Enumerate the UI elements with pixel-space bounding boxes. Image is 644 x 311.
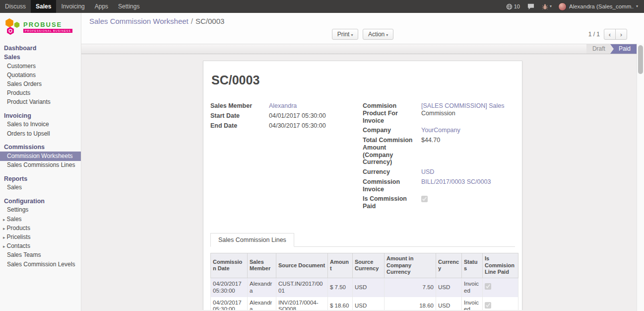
field-label: Company [363, 127, 421, 134]
section-sales: Sales Customers Quotations Sales Orders … [0, 53, 81, 107]
cell-source-currency: USD [353, 278, 385, 297]
action-button[interactable]: Action▾ [363, 29, 393, 40]
col-commission-date[interactable]: Commission Date [211, 253, 248, 278]
cell-line-paid [483, 278, 518, 297]
brand-tagline: PROFESSIONAL BUSINESS [23, 29, 72, 33]
sidebar-item-sales-commissions-lines[interactable]: Sales Commissions Lines [0, 161, 81, 170]
cell-amount: $ 18.60 [328, 297, 353, 310]
sidebar-item-pricelists[interactable]: ▸Pricelists [0, 233, 81, 241]
print-button-label: Print [337, 31, 350, 38]
cell-status: Invoiced [462, 297, 483, 310]
cell-currency: USD [436, 297, 462, 310]
total-commission-value: $44.70 [421, 137, 440, 166]
pager-previous-button[interactable]: ‹ [604, 29, 616, 40]
line-paid-checkbox[interactable] [485, 283, 491, 290]
col-source-currency[interactable]: Source Currency [353, 253, 385, 278]
expand-arrow-icon: ▸ [3, 226, 5, 231]
toolbar-buttons: Print▾ Action▾ [331, 29, 395, 40]
col-sales-member[interactable]: Sales Member [248, 253, 276, 278]
cell-sales-member: Alexandra [248, 297, 276, 310]
commission-product-rest: Commission [421, 110, 504, 117]
status-draft[interactable]: Draft [586, 44, 613, 54]
breadcrumb-parent-link[interactable]: Sales Commission Worksheet [89, 17, 189, 25]
table-row[interactable]: 04/20/2017 05:30:00 Alexandra CUST.IN/20… [211, 278, 518, 297]
sidebar-item-orders-to-upsell[interactable]: Orders to Upsell [0, 129, 81, 138]
table-row[interactable]: 04/20/2017 05:30:00 Alexandra INV/2017/0… [211, 297, 518, 310]
commission-product-link[interactable]: [SALES COMMISSION] Sales [421, 102, 504, 109]
user-name: Alexandra (Sales_comm.. [569, 3, 634, 9]
breadcrumb: Sales Commission Worksheet/SC/0003 [89, 17, 636, 25]
user-menu[interactable]: Alexandra (Sales_comm.. ▾ [556, 2, 640, 11]
print-button[interactable]: Print▾ [332, 29, 359, 40]
messages-menu-button[interactable]: 10 [503, 0, 523, 13]
field-sales-member: Sales Member Alexandra [210, 102, 357, 110]
sidebar-item-reports-sales[interactable]: Sales [0, 183, 81, 192]
sidebar-item-contacts[interactable]: ▸Contacts [0, 242, 81, 251]
sidebar-heading-configuration[interactable]: Configuration [0, 197, 81, 206]
line-paid-checkbox[interactable] [485, 302, 491, 309]
app-menu: Discuss Sales Invoicing Apps Settings [0, 0, 144, 13]
sidebar-item-settings[interactable]: Settings [0, 206, 81, 215]
pager-value: 1 / 1 [588, 31, 600, 38]
menu-sales[interactable]: Sales [31, 0, 56, 13]
field-column-right: Commision Product For Invoice [SALES COM… [363, 102, 515, 213]
sidebar-item-label: Sales [7, 216, 22, 223]
debug-menu-button[interactable]: ▾ [539, 0, 555, 13]
sidebar-item-commission-worksheets[interactable]: Commission Worksheets [0, 152, 81, 160]
company-link[interactable]: YourCompany [421, 127, 460, 134]
sidebar-heading-commissions[interactable]: Commissions [0, 143, 81, 152]
sidebar-item-products[interactable]: Products [0, 89, 81, 98]
sidebar-item-label: Products [7, 225, 30, 232]
sidebar-item-product-variants[interactable]: Product Variants [0, 98, 81, 107]
company-logo[interactable]: PROBUSE PROFESSIONAL BUSINESS [0, 13, 81, 44]
field-label: Start Date [210, 112, 269, 120]
cell-line-paid [483, 297, 518, 310]
sidebar-item-quotations[interactable]: Quotations [0, 71, 81, 79]
pager-next-button[interactable]: › [615, 29, 627, 40]
col-currency[interactable]: Currency [436, 253, 462, 278]
vertical-scrollbar[interactable] [637, 44, 644, 311]
cell-sales-member: Alexandra [248, 278, 276, 297]
scrollbar-thumb[interactable] [638, 45, 643, 74]
field-columns: Sales Member Alexandra Start Date 04/01/… [210, 102, 515, 213]
is-commission-paid-checkbox[interactable] [421, 196, 428, 202]
menu-apps[interactable]: Apps [90, 0, 113, 13]
sales-member-link[interactable]: Alexandra [269, 102, 297, 110]
status-paid[interactable]: Paid [610, 44, 637, 54]
sidebar-item-label: Contacts [7, 242, 30, 249]
sidebar-heading-dashboard[interactable]: Dashboard [0, 44, 81, 53]
pager-buttons: ‹ › [604, 29, 627, 40]
commission-invoice-link[interactable]: BILL/2017/0003 SC/0003 [421, 178, 491, 193]
sidebar-item-sales-commission-levels[interactable]: Sales Commission Levels [0, 260, 81, 269]
menu-invoicing[interactable]: Invoicing [56, 0, 89, 13]
bug-icon [542, 3, 548, 10]
field-commission-invoice: Commission Invoice BILL/2017/0003 SC/000… [363, 178, 509, 193]
menu-settings[interactable]: Settings [113, 0, 144, 13]
col-amount-company-currency[interactable]: Amount in Company Currency [385, 253, 436, 278]
sidebar-item-sales-orders[interactable]: Sales Orders [0, 79, 81, 88]
chat-button[interactable] [524, 0, 537, 13]
sidebar-item-customers[interactable]: Customers [0, 62, 81, 71]
start-date-value: 04/01/2017 05:30:00 [269, 112, 326, 120]
breadcrumb-separator: / [191, 17, 193, 25]
sidebar-heading-invoicing[interactable]: Invoicing [0, 111, 81, 120]
sidebar-item-config-products[interactable]: ▸Products [0, 224, 81, 233]
sidebar-item-label: Pricelists [7, 233, 31, 240]
col-amount[interactable]: Amount [328, 253, 353, 278]
cell-amount-company-currency: 18.60 [385, 297, 436, 310]
sidebar-heading-reports[interactable]: Reports [0, 174, 81, 183]
tab-sales-commission-lines[interactable]: Sales Commission Lines [210, 233, 294, 247]
sidebar-item-sales-to-invoice[interactable]: Sales to Invoice [0, 120, 81, 129]
currency-link[interactable]: USD [421, 168, 434, 176]
cell-commission-date: 04/20/2017 05:30:00 [211, 297, 248, 310]
breadcrumb-current: SC/0003 [195, 17, 224, 25]
menu-discuss[interactable]: Discuss [0, 0, 31, 13]
col-is-commission-line-paid[interactable]: Is Commision Line Paid [483, 253, 518, 278]
sidebar-heading-sales[interactable]: Sales [0, 53, 81, 62]
col-source-document[interactable]: Source Document [276, 253, 328, 278]
sidebar-item-sales-teams[interactable]: Sales Teams [0, 251, 81, 260]
col-status[interactable]: Status [462, 253, 483, 278]
sidebar-item-config-sales[interactable]: ▸Sales [0, 215, 81, 224]
chat-icon [527, 3, 534, 10]
expand-arrow-icon: ▸ [3, 217, 5, 222]
